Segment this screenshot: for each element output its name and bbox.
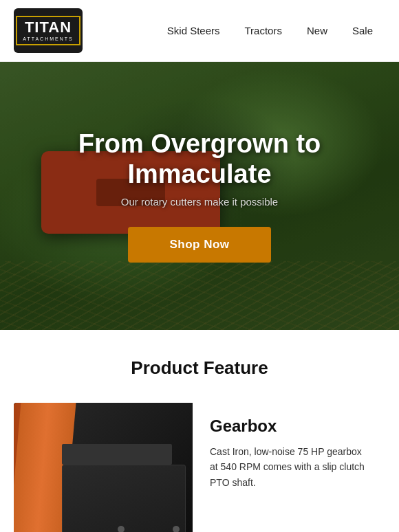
bolt-left: [118, 526, 125, 532]
feature-desc: Cast Iron, low-noise 75 HP gearbox at 54…: [210, 444, 371, 490]
gearbox-scene: [14, 403, 193, 532]
section-title: Product Feature: [14, 357, 385, 379]
logo-border: TITAN ATTACHMENTS: [16, 16, 80, 45]
feature-row: Gearbox Cast Iron, low-noise 75 HP gearb…: [14, 403, 385, 532]
bolt-right: [173, 526, 180, 532]
gearbox-image: [14, 403, 193, 532]
feature-text: Gearbox Cast Iron, low-noise 75 HP gearb…: [193, 403, 385, 504]
hero-subtitle: Our rotary cutters make it possible: [121, 196, 278, 208]
hero-content: From Overgrown to Immaculate Our rotary …: [0, 62, 399, 330]
logo[interactable]: TITAN ATTACHMENTS: [14, 8, 83, 53]
hero-title: From Overgrown to Immaculate: [55, 129, 344, 189]
logo-area: TITAN ATTACHMENTS: [14, 8, 83, 53]
nav-item-new[interactable]: New: [294, 19, 340, 42]
feature-heading: Gearbox: [210, 417, 371, 436]
product-feature-section: Product Feature Gearbox Cast Iron, low-n…: [0, 330, 399, 532]
hero-section: From Overgrown to Immaculate Our rotary …: [0, 62, 399, 330]
shop-now-button[interactable]: Shop Now: [128, 227, 270, 263]
header: TITAN ATTACHMENTS Skid Steers Tractors N…: [0, 0, 399, 62]
nav: Skid Steers Tractors New Sale: [155, 19, 385, 42]
logo-brand: TITAN: [25, 20, 72, 35]
nav-item-tractors[interactable]: Tractors: [233, 19, 294, 42]
nav-item-sale[interactable]: Sale: [340, 19, 385, 42]
gearbox-top: [62, 444, 172, 465]
logo-sub: ATTACHMENTS: [23, 36, 73, 41]
gearbox-box: [62, 465, 186, 532]
nav-item-skid-steers[interactable]: Skid Steers: [155, 19, 233, 42]
